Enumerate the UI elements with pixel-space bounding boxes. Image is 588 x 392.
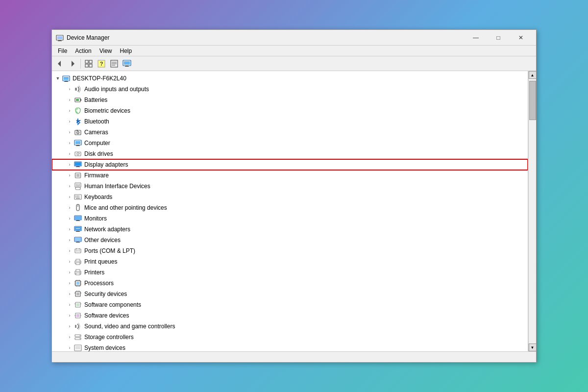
tree-root[interactable]: ▼ DESKTOP-F6K2L40 xyxy=(52,73,528,84)
menu-file[interactable]: File xyxy=(54,47,71,55)
storage-icon xyxy=(74,333,82,342)
tree-item-ports[interactable]: › Ports (COM & LPT) xyxy=(52,245,528,256)
keyboards-expand[interactable]: › xyxy=(66,193,74,201)
batteries-label: Batteries xyxy=(84,97,107,103)
window-icon xyxy=(56,34,64,42)
cameras-expand[interactable]: › xyxy=(66,128,74,136)
printers-expand[interactable]: › xyxy=(66,269,74,276)
scroll-thumb[interactable] xyxy=(529,81,536,120)
processors-expand[interactable]: › xyxy=(66,279,74,287)
toolbar-help-button[interactable]: ? xyxy=(96,58,107,70)
svg-rect-9 xyxy=(89,64,92,67)
svg-rect-23 xyxy=(64,81,68,82)
monitors-label: Monitors xyxy=(84,215,107,222)
tree-item-audio[interactable]: › Audio inputs and outputs xyxy=(52,84,528,95)
tree-item-disk[interactable]: › Disk drives xyxy=(52,148,528,159)
maximize-button[interactable]: □ xyxy=(487,30,510,46)
software-components-expand[interactable]: › xyxy=(66,301,74,309)
scrollbar[interactable]: ▲ ▼ xyxy=(528,71,536,351)
display-icon xyxy=(74,160,82,169)
svg-rect-2 xyxy=(58,40,61,41)
device-tree[interactable]: ▼ DESKTOP-F6K2L40 › xyxy=(52,71,528,351)
scroll-down-button[interactable]: ▼ xyxy=(529,343,537,351)
tree-item-bluetooth[interactable]: › Bluetooth xyxy=(52,116,528,127)
menu-action[interactable]: Action xyxy=(71,47,95,55)
tree-item-other[interactable]: › Other devices xyxy=(52,235,528,245)
other-expand[interactable]: › xyxy=(66,236,74,244)
disk-expand[interactable]: › xyxy=(66,150,74,158)
svg-rect-77 xyxy=(76,231,80,232)
firmware-label: Firmware xyxy=(84,172,109,179)
tree-item-firmware[interactable]: › Firmware xyxy=(52,170,528,181)
tree-item-keyboards[interactable]: › Keyboards xyxy=(52,192,528,202)
tree-item-security[interactable]: › Security devices xyxy=(52,289,528,299)
scroll-track[interactable] xyxy=(529,79,536,343)
software-devices-expand[interactable]: › xyxy=(66,312,74,319)
system-expand[interactable]: › xyxy=(66,344,74,351)
computer-icon xyxy=(74,139,82,147)
toolbar-monitor-button[interactable] xyxy=(121,58,133,70)
tree-item-storage[interactable]: › Storage controllers xyxy=(52,332,528,343)
tree-item-biometric[interactable]: › Biometric devices xyxy=(52,105,528,116)
tree-item-monitors[interactable]: › Monitors xyxy=(52,213,528,224)
bluetooth-expand[interactable]: › xyxy=(66,118,74,125)
tree-item-processors[interactable]: › xyxy=(52,278,528,289)
svg-point-92 xyxy=(79,262,80,263)
tree-item-printers[interactable]: › Printers xyxy=(52,267,528,278)
tree-item-mice[interactable]: › Mice and other pointing devices xyxy=(52,202,528,213)
svg-rect-22 xyxy=(65,81,68,81)
toolbar-forward-button[interactable] xyxy=(67,58,78,70)
sound-expand[interactable]: › xyxy=(66,322,74,330)
biometric-expand[interactable]: › xyxy=(66,107,74,115)
security-expand[interactable]: › xyxy=(66,290,74,298)
tree-item-cameras[interactable]: › Cameras xyxy=(52,127,528,138)
menu-help[interactable]: Help xyxy=(116,47,136,55)
svg-rect-35 xyxy=(76,146,80,146)
tree-item-system[interactable]: › System devices xyxy=(52,343,528,351)
firmware-expand[interactable]: › xyxy=(66,172,74,179)
storage-expand[interactable]: › xyxy=(66,333,74,341)
hid-expand[interactable]: › xyxy=(66,182,74,190)
tree-item-hid[interactable]: › Human Interface Devices xyxy=(52,181,528,192)
svg-rect-68 xyxy=(76,198,80,199)
toolbar-properties-button[interactable] xyxy=(108,58,120,70)
svg-marker-4 xyxy=(58,61,61,67)
root-icon xyxy=(62,74,71,83)
tree-item-network[interactable]: › Network adapters xyxy=(52,224,528,235)
tree-item-software-devices[interactable]: › Software devices xyxy=(52,310,528,321)
display-expand[interactable]: › xyxy=(66,161,74,169)
menu-view[interactable]: View xyxy=(96,47,116,55)
tree-item-print-queues[interactable]: › Print queues xyxy=(52,256,528,267)
svg-rect-87 xyxy=(76,248,77,249)
svg-point-96 xyxy=(79,272,80,273)
ports-expand[interactable]: › xyxy=(66,247,74,255)
firmware-icon xyxy=(74,171,82,180)
batteries-expand[interactable]: › xyxy=(66,96,74,104)
network-expand[interactable]: › xyxy=(66,225,74,233)
minimize-button[interactable]: — xyxy=(465,30,487,46)
mice-expand[interactable]: › xyxy=(66,204,74,212)
tree-item-software-components[interactable]: › Software components xyxy=(52,299,528,310)
storage-label: Storage controllers xyxy=(84,334,134,341)
scroll-up-button[interactable]: ▲ xyxy=(529,71,537,79)
toolbar-back-button[interactable] xyxy=(54,58,66,70)
close-button[interactable]: ✕ xyxy=(510,30,532,46)
print-queues-expand[interactable]: › xyxy=(66,258,74,266)
svg-rect-65 xyxy=(75,197,76,198)
tree-item-batteries[interactable]: › Batteries xyxy=(52,95,528,105)
svg-rect-60 xyxy=(75,187,80,190)
tree-item-sound[interactable]: › Sound, video and game controllers xyxy=(52,321,528,332)
tree-item-computer[interactable]: › Computer xyxy=(52,138,528,148)
svg-rect-58 xyxy=(79,185,80,185)
audio-expand[interactable]: › xyxy=(66,85,74,93)
biometric-icon xyxy=(74,106,82,115)
monitors-expand[interactable]: › xyxy=(66,215,74,222)
svg-point-129 xyxy=(79,338,80,339)
root-expand-arrow[interactable]: ▼ xyxy=(54,74,62,82)
toolbar-view-button[interactable] xyxy=(83,58,95,70)
tree-item-display[interactable]: › Display adapters xyxy=(52,159,528,170)
svg-rect-55 xyxy=(79,184,80,184)
svg-point-38 xyxy=(77,153,78,154)
svg-rect-42 xyxy=(76,166,79,167)
computer-expand[interactable]: › xyxy=(66,139,74,147)
